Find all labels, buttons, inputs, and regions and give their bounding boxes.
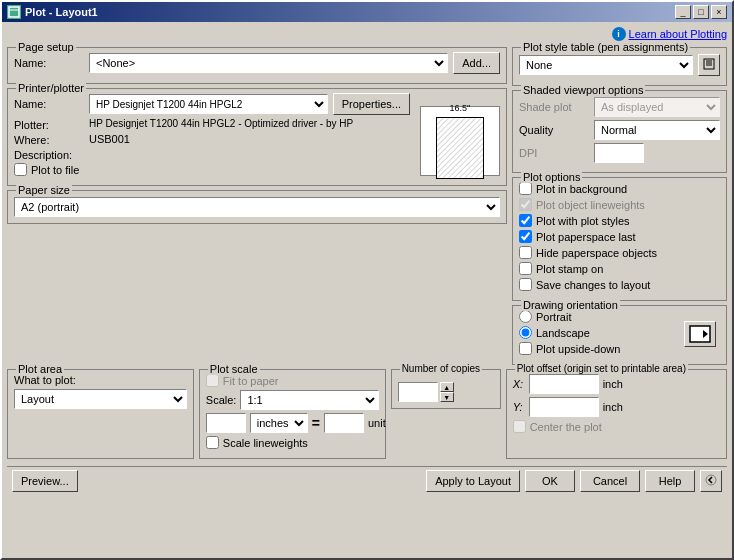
shaded-viewport-group: Shaded viewport options Shade plot As di… bbox=[512, 90, 727, 173]
dialog-content: i Learn about Plotting Page setup Name: … bbox=[2, 22, 732, 558]
plot-dialog: Plot - Layout1 _ □ × i Learn about Plott… bbox=[0, 0, 734, 560]
svg-rect-3 bbox=[437, 118, 483, 177]
upside-down-row: Plot upside-down bbox=[519, 342, 620, 355]
plot-paperspace-last-row: Plot paperspace last bbox=[519, 230, 720, 243]
drawing-orientation-label: Drawing orientation bbox=[521, 299, 620, 311]
fit-to-paper-row: Fit to paper bbox=[206, 374, 379, 387]
where-value: USB001 bbox=[89, 133, 130, 145]
plot-to-file-label: Plot to file bbox=[31, 164, 79, 176]
preview-button[interactable]: Preview... bbox=[12, 470, 78, 492]
landscape-icon-button[interactable] bbox=[684, 321, 716, 347]
plot-with-plot-styles-label: Plot with plot styles bbox=[536, 215, 630, 227]
quality-select[interactable]: Normal bbox=[594, 120, 720, 140]
portrait-radio[interactable] bbox=[519, 310, 532, 323]
scale-lineweights-checkbox[interactable] bbox=[206, 436, 219, 449]
plot-style-table-label: Plot style table (pen assignments) bbox=[521, 41, 690, 53]
x-input[interactable]: 0.000000 bbox=[529, 374, 599, 394]
scale-label: Scale: bbox=[206, 394, 237, 406]
copies-spinner: ▲ ▼ bbox=[440, 382, 454, 402]
shaded-viewport-label: Shaded viewport options bbox=[521, 84, 645, 96]
window-title: Plot - Layout1 bbox=[25, 6, 98, 18]
y-coord-row: Y: 0.000000 inch bbox=[513, 397, 720, 417]
copies-up-button[interactable]: ▲ bbox=[440, 382, 454, 392]
printer-name-select[interactable]: HP Designjet T1200 44in HPGL2 bbox=[89, 94, 328, 114]
description-row: Description: bbox=[14, 148, 410, 161]
plot-style-edit-button[interactable] bbox=[698, 54, 720, 76]
upside-down-checkbox[interactable] bbox=[519, 342, 532, 355]
page-setup-label: Page setup bbox=[16, 41, 76, 53]
ok-button[interactable]: OK bbox=[525, 470, 575, 492]
equals-sign: = bbox=[312, 415, 320, 431]
save-changes-label: Save changes to layout bbox=[536, 279, 650, 291]
plot-style-table-group: Plot style table (pen assignments) None bbox=[512, 47, 727, 86]
plotter-value: HP Designjet T1200 44in HPGL2 - Optimize… bbox=[89, 118, 353, 129]
scale-lineweights-row: Scale lineweights bbox=[206, 436, 379, 449]
scale-value1-input[interactable]: 1 bbox=[206, 413, 246, 433]
printer-name-row: Name: HP Designjet T1200 44in HPGL2 Prop… bbox=[14, 93, 410, 115]
printer-plotter-group: Printer/plotter Name: HP Designjet T1200… bbox=[7, 88, 507, 186]
left-column: Page setup Name: <None> Add... Printer/p… bbox=[7, 47, 507, 365]
middle-section: Plot area What to plot: Layout Plot scal… bbox=[7, 369, 727, 459]
fit-to-paper-label: Fit to paper bbox=[223, 375, 279, 387]
properties-button[interactable]: Properties... bbox=[333, 93, 410, 115]
page-setup-select[interactable]: <None> bbox=[89, 53, 448, 73]
back-button[interactable] bbox=[700, 470, 722, 492]
scale-lineweights-label: Scale lineweights bbox=[223, 437, 308, 449]
scale-select[interactable]: 1:1 bbox=[240, 390, 378, 410]
svg-rect-0 bbox=[9, 7, 19, 17]
paper-size-select[interactable]: A2 (portrait) bbox=[14, 197, 500, 217]
info-icon: i bbox=[612, 27, 626, 41]
plot-to-file-row: Plot to file bbox=[14, 163, 410, 176]
svg-point-10 bbox=[706, 475, 716, 485]
plot-with-plot-styles-checkbox[interactable] bbox=[519, 214, 532, 227]
scale-row: Scale: 1:1 bbox=[206, 390, 379, 410]
page-setup-row: Name: <None> Add... bbox=[14, 52, 500, 74]
minimize-button[interactable]: _ bbox=[675, 5, 691, 19]
printer-plotter-label: Printer/plotter bbox=[16, 82, 86, 94]
maximize-button[interactable]: □ bbox=[693, 5, 709, 19]
cancel-button[interactable]: Cancel bbox=[580, 470, 640, 492]
description-label: Description: bbox=[14, 148, 84, 161]
unit2-label: unit bbox=[368, 417, 386, 429]
where-label: Where: bbox=[14, 133, 84, 146]
close-button[interactable]: × bbox=[711, 5, 727, 19]
hide-paperspace-objects-checkbox[interactable] bbox=[519, 246, 532, 259]
save-changes-row: Save changes to layout bbox=[519, 278, 720, 291]
help-button[interactable]: Help bbox=[645, 470, 695, 492]
preview-width-label: 16.5'' bbox=[450, 103, 471, 113]
printer-name-label: Name: bbox=[14, 98, 84, 110]
plot-stamp-on-checkbox[interactable] bbox=[519, 262, 532, 275]
shade-plot-select[interactable]: As displayed bbox=[594, 97, 720, 117]
y-input[interactable]: 0.000000 bbox=[529, 397, 599, 417]
dpi-input: 300 bbox=[594, 143, 644, 163]
upside-down-label: Plot upside-down bbox=[536, 343, 620, 355]
what-to-plot-select[interactable]: Layout bbox=[14, 389, 187, 409]
number-of-copies-label: Number of copies bbox=[400, 363, 482, 374]
x-coord-row: X: 0.000000 inch bbox=[513, 374, 720, 394]
plot-offset-group: Plot offset (origin set to printable are… bbox=[506, 369, 727, 459]
add-button[interactable]: Add... bbox=[453, 52, 500, 74]
unit1-select[interactable]: inches bbox=[250, 413, 308, 433]
what-to-plot-label: What to plot: bbox=[14, 374, 76, 386]
x-label: X: bbox=[513, 378, 525, 390]
scale-values-row: 1 inches = 1 unit bbox=[206, 413, 379, 433]
plot-object-lineweights-checkbox bbox=[519, 198, 532, 211]
scale-value2-input[interactable]: 1 bbox=[324, 413, 364, 433]
copies-down-button[interactable]: ▼ bbox=[440, 392, 454, 402]
save-changes-checkbox[interactable] bbox=[519, 278, 532, 291]
apply-to-layout-button[interactable]: Apply to Layout bbox=[426, 470, 520, 492]
plot-to-file-checkbox[interactable] bbox=[14, 163, 27, 176]
plot-style-select[interactable]: None bbox=[519, 55, 693, 75]
title-buttons: _ □ × bbox=[675, 5, 727, 19]
plot-options-label: Plot options bbox=[521, 171, 582, 183]
plot-paperspace-last-label: Plot paperspace last bbox=[536, 231, 636, 243]
landscape-radio[interactable] bbox=[519, 326, 532, 339]
landscape-row: Landscape bbox=[519, 326, 620, 339]
plot-in-background-checkbox[interactable] bbox=[519, 182, 532, 195]
plot-paperspace-last-checkbox[interactable] bbox=[519, 230, 532, 243]
plot-options-group: Plot options Plot in background Plot obj… bbox=[512, 177, 727, 301]
name-label: Name: bbox=[14, 57, 84, 69]
learn-about-plotting-link[interactable]: Learn about Plotting bbox=[629, 28, 727, 40]
plot-style-row: None bbox=[519, 54, 720, 76]
copies-input[interactable]: 1 bbox=[398, 382, 438, 402]
